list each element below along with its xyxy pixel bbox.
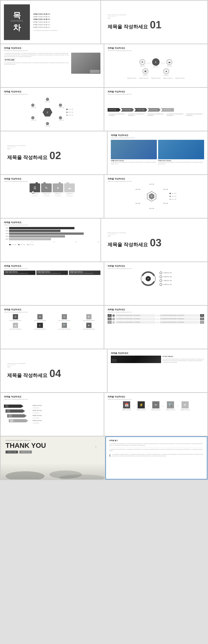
orbit-dot-top — [46, 98, 49, 101]
flow-desc-5: 제목을 작성하세요 — [175, 78, 185, 79]
slide13-ovr-text1: 가나다라마바사아자차카타파하 가나다라마바사아자차 — [5, 273, 35, 274]
fi-label-5: 제목을 작성하세요 — [180, 409, 190, 411]
slide-blue-border: 제목을 올고 가나다라마바사아자차카타파하 가나다라마바사아자차카타파하 가나다… — [106, 436, 207, 480]
slide17-main-title: 제목을 작성하세요 — [7, 372, 47, 379]
flow-desc-4: 제목을 작성하세요 — [163, 78, 173, 79]
pct-0: 0% — [9, 242, 31, 242]
flow-icon-3: ☁ — [166, 59, 172, 65]
orbit-bottom: 상당 사항 — [45, 122, 50, 127]
puzzle-sublabel-1: 가나다라마바사 — [32, 195, 38, 197]
at-row-2: 02 ε 가나다라마바사아자차카타파하 가나다라마바사 ⟷ 가나다라마바사아자차… — [108, 318, 204, 320]
hbar-label-2: 제목2 — [4, 230, 9, 232]
sc-sublabel-3: 가나다라마바사 — [33, 417, 42, 419]
pct-25: 25% — [31, 242, 53, 242]
step-arrow-4 — [9, 419, 28, 422]
legend-text-1: 구분 사항 — [11, 244, 16, 246]
slide2-subtitle: Please add your text description — [108, 14, 201, 16]
ig-item-3: ✎ 상당 작성하 무엇하세요 — [53, 314, 76, 322]
slide-text-image: 제목을 작성하세요 Outline the Processing leading… — [1, 44, 104, 87]
penta-1: 부가적인 설명 — [108, 108, 121, 112]
legend-1: 구분 사항 — [9, 244, 16, 246]
slide22-title: 제목을 올고 — [109, 440, 203, 442]
connector-2 — [161, 63, 165, 63]
flow-icon-center: ε — [152, 58, 160, 66]
slide10-title: 제목을 작성하세요 — [108, 178, 204, 180]
crosshair-svg: ✕ — [140, 270, 156, 287]
rl-text-4: 사료을 작성 사항 — [163, 284, 172, 285]
ig-center-logo: ε — [37, 323, 43, 328]
slide-contents: 목 CONTENTS 차 제목을 작성하시면 됩니다 제목을 작성하시면 됩니다… — [1, 1, 100, 44]
slide7-num: 02 — [49, 150, 61, 161]
slide22-divider — [109, 448, 203, 448]
hex-right-labels: 상당 사항 상당 사항 상당 사항 — [169, 193, 176, 200]
slide8-col2: 제목을 작성하 무엇하세요 가나다라마바사아자차카타파하 가나다라마바사아자차카… — [158, 140, 204, 165]
arrow-table: 01 가나다라마바사아자차카타파하 가나다라마바사 ⟷ 가나다라마바사아자차카타… — [108, 314, 204, 324]
puzzle-item-1: ☰ 제목을 작성 가나다라마바사 — [30, 184, 40, 197]
slide18-text: 가나다라마바사아자차카타파하 가나다라마바사아자차카타파하 가나다라마바사아자차… — [162, 358, 204, 363]
orbit-lt: 상당 사항 — [31, 104, 36, 108]
at-arrow-1: ⟷ — [156, 314, 159, 317]
flow-bottom: ✿ 제목 작성 ♦ 제목 작성 — [143, 68, 169, 76]
at-num-01: 01 — [108, 314, 112, 317]
thankyou-logo: ε — [95, 445, 97, 448]
slide-two-images: 제목을 작성하세요 Outline the Processing leading… — [108, 132, 207, 174]
at-dot-1 — [112, 314, 115, 317]
bullet-3: 제목을 작성하시면 됩니다 — [33, 18, 57, 20]
orbit-label-lt: 상당 사항 — [31, 107, 36, 108]
center-hex: ε — [43, 108, 52, 116]
fi-item-3: ✏ 제목을 작성하세요 — [151, 401, 161, 411]
hex-label-top: 상당 사항 — [149, 184, 154, 185]
flow-item-2: ε 제목 작성 — [152, 58, 160, 68]
slide2-num: 01 — [150, 20, 161, 30]
sc-label-1: 제목을 작성하세요 — [33, 405, 42, 406]
contents-header: 목 CONTENTS 차 — [4, 4, 30, 40]
penta-5: 부가적인 설명 — [161, 108, 174, 112]
at-text-r1: 가나다라마바사아자차카타파하 가나다라마바사 — [160, 314, 199, 317]
slide8-content: 대류를 작성하 무엇하세요 가나다라마바사아자차카타파하 가나다라마바사아자차카… — [111, 140, 204, 165]
puzzle-label-3: 제목을 작성 — [55, 193, 61, 194]
hex-rl-text-1: 상당 사항 — [171, 193, 176, 194]
flow-label-1: 제목 작성 — [140, 65, 145, 67]
hbar-bar-4 — [9, 235, 65, 238]
hex-rl-text-2: 상당 사항 — [171, 196, 176, 197]
rl-item-2: 사료을 작성 사항 — [160, 276, 172, 278]
slide20-subtitle: Outline the Processing leading more fron… — [108, 398, 204, 400]
puzzle-shape-2: ✎ — [41, 184, 52, 192]
penta-2: 부가적인 설명 — [121, 108, 134, 112]
hex-center: ε — [146, 191, 157, 202]
orbit-rl-2: 상당 사항 — [66, 112, 73, 113]
slide13-ovr-text2: 가나다라마바사아자차카타파하 가나다라마바사아자차 — [37, 273, 67, 274]
fi-arrow-4: → — [176, 404, 179, 408]
puzzle-sublabel-4: 가나다라마바사 — [66, 195, 73, 197]
flow-item-3: ☁ 제목 작성 — [166, 59, 172, 67]
hex-dot-2 — [169, 196, 171, 197]
at-text-3: 가나다라마바사아자차카타파하 가나다라마바사 — [116, 321, 156, 324]
hex-label-bottom: 상당 사항 — [149, 208, 154, 209]
slide17-year: 2020 — [7, 366, 100, 368]
ig-icon-1: ☰ — [13, 314, 18, 319]
orbit-label-top: 상당 사항 — [45, 101, 50, 102]
bullet-5: 제목을 작성하시면 됩니다 — [33, 23, 57, 26]
puzzle-sublabel-3: 가나다라마바사 — [55, 195, 61, 197]
puzzle-bump-top — [35, 182, 38, 185]
fi-label-3: 제목을 작성하세요 — [151, 409, 161, 411]
slide16-subtitle: Outline the Processing leading more fron… — [108, 312, 204, 313]
puzzle-item-3: ♦ 제목을 작성 가나다라마바사 — [53, 184, 63, 197]
hbar-label-5: 제목5 — [4, 238, 9, 240]
orbit-label-rt: 상당 사항 — [59, 107, 64, 108]
at-text-1: 가나다라마바사아자차카타파하 가나다라마바사 — [116, 314, 156, 317]
slide10-diagram: ε 상당 사항 상당 사항 상당 사항 상당 사항 상당 사항 상당 사항 상당… — [108, 184, 204, 209]
arrow-desc-5: 가나다라마바사아자차카타파하 가나다라마바사 — [185, 113, 204, 117]
at-dot-2: ε — [112, 318, 115, 320]
flow-label-2: 제목 작성 — [153, 66, 158, 68]
thankyou-content: PROFESSION POWERPOINT TEMPLATE THANK YOU… — [6, 440, 100, 454]
slide18-title: 제목을 작성하세요 — [111, 352, 204, 355]
sub-label: 부가적인 설명 — [4, 58, 15, 61]
contents-label: CONTENTS — [11, 20, 23, 22]
orbit-label-bottom: 상당 사항 — [45, 125, 50, 127]
svg-text:ε: ε — [151, 194, 152, 197]
thankyou-ink — [1, 466, 105, 480]
slide2-title-row: 제목을 작성하세요 01 — [108, 20, 201, 30]
at-num-06: 06 — [200, 321, 204, 324]
hbar-label-4: 제목4 — [4, 236, 9, 237]
